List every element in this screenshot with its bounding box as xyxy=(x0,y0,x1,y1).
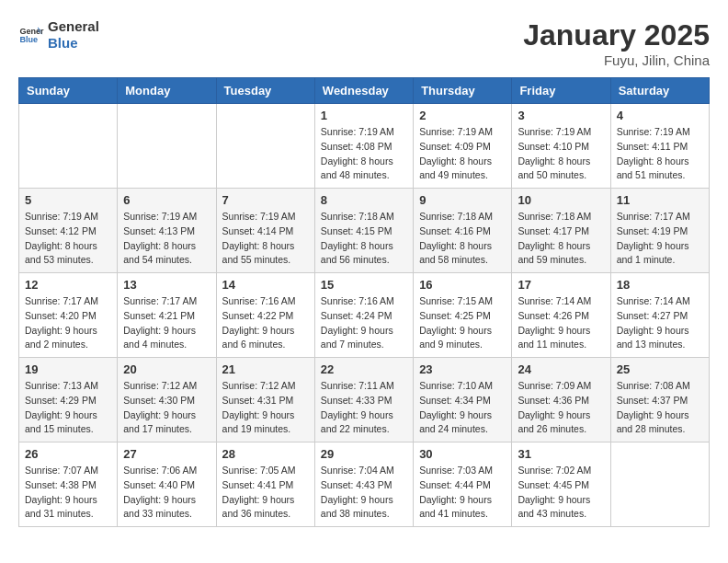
svg-text:Blue: Blue xyxy=(19,35,38,44)
header-monday: Monday xyxy=(118,78,216,104)
day-info: Sunrise: 7:19 AMSunset: 4:11 PMDaylight:… xyxy=(617,125,703,183)
day-cell: 6Sunrise: 7:19 AMSunset: 4:13 PMDaylight… xyxy=(118,189,216,273)
svg-text:General: General xyxy=(19,27,44,36)
day-info: Sunrise: 7:03 AMSunset: 4:44 PMDaylight:… xyxy=(419,464,506,522)
day-info: Sunrise: 7:18 AMSunset: 4:17 PMDaylight:… xyxy=(518,210,604,268)
day-cell: 23Sunrise: 7:10 AMSunset: 4:34 PMDayligh… xyxy=(414,358,512,442)
day-info: Sunrise: 7:12 AMSunset: 4:30 PMDaylight:… xyxy=(123,379,210,437)
day-number: 7 xyxy=(222,193,309,207)
day-info: Sunrise: 7:09 AMSunset: 4:36 PMDaylight:… xyxy=(518,379,604,437)
day-info: Sunrise: 7:19 AMSunset: 4:10 PMDaylight:… xyxy=(518,125,604,183)
header-sunday: Sunday xyxy=(19,78,118,104)
day-number: 18 xyxy=(617,278,703,292)
day-info: Sunrise: 7:19 AMSunset: 4:09 PMDaylight:… xyxy=(419,125,506,183)
day-info: Sunrise: 7:14 AMSunset: 4:27 PMDaylight:… xyxy=(617,294,703,352)
location-title: Fuyu, Jilin, China xyxy=(523,52,710,68)
day-number: 26 xyxy=(25,447,111,461)
day-info: Sunrise: 7:13 AMSunset: 4:29 PMDaylight:… xyxy=(25,379,111,437)
header-friday: Friday xyxy=(512,78,610,104)
day-cell: 1Sunrise: 7:19 AMSunset: 4:08 PMDaylight… xyxy=(314,104,413,189)
day-cell: 21Sunrise: 7:12 AMSunset: 4:31 PMDayligh… xyxy=(216,358,314,442)
day-cell: 22Sunrise: 7:11 AMSunset: 4:33 PMDayligh… xyxy=(314,358,413,442)
day-cell: 3Sunrise: 7:19 AMSunset: 4:10 PMDaylight… xyxy=(512,104,610,189)
day-number: 1 xyxy=(321,109,407,122)
day-number: 17 xyxy=(518,278,604,292)
day-info: Sunrise: 7:07 AMSunset: 4:38 PMDaylight:… xyxy=(25,464,111,522)
day-info: Sunrise: 7:16 AMSunset: 4:22 PMDaylight:… xyxy=(222,294,309,352)
week-row-4: 19Sunrise: 7:13 AMSunset: 4:29 PMDayligh… xyxy=(19,358,710,442)
day-number: 25 xyxy=(617,362,703,376)
day-cell: 18Sunrise: 7:14 AMSunset: 4:27 PMDayligh… xyxy=(610,273,709,358)
day-cell: 17Sunrise: 7:14 AMSunset: 4:26 PMDayligh… xyxy=(512,273,610,358)
day-cell xyxy=(610,442,709,527)
day-cell: 29Sunrise: 7:04 AMSunset: 4:43 PMDayligh… xyxy=(314,442,413,527)
day-info: Sunrise: 7:14 AMSunset: 4:26 PMDaylight:… xyxy=(518,294,604,352)
day-number: 16 xyxy=(419,278,506,292)
day-info: Sunrise: 7:05 AMSunset: 4:41 PMDaylight:… xyxy=(222,464,309,522)
day-info: Sunrise: 7:17 AMSunset: 4:21 PMDaylight:… xyxy=(123,294,210,352)
day-number: 6 xyxy=(123,193,210,207)
logo: General Blue General Blue xyxy=(18,18,99,52)
header-thursday: Thursday xyxy=(414,78,512,104)
day-cell: 5Sunrise: 7:19 AMSunset: 4:12 PMDaylight… xyxy=(19,189,118,273)
day-cell: 9Sunrise: 7:18 AMSunset: 4:16 PMDaylight… xyxy=(414,189,512,273)
day-cell: 16Sunrise: 7:15 AMSunset: 4:25 PMDayligh… xyxy=(414,273,512,358)
day-number: 8 xyxy=(321,193,407,207)
day-cell: 27Sunrise: 7:06 AMSunset: 4:40 PMDayligh… xyxy=(118,442,216,527)
day-info: Sunrise: 7:04 AMSunset: 4:43 PMDaylight:… xyxy=(321,464,407,522)
day-cell xyxy=(19,104,118,189)
day-info: Sunrise: 7:17 AMSunset: 4:19 PMDaylight:… xyxy=(617,210,703,268)
day-info: Sunrise: 7:02 AMSunset: 4:45 PMDaylight:… xyxy=(518,464,604,522)
week-row-5: 26Sunrise: 7:07 AMSunset: 4:38 PMDayligh… xyxy=(19,442,710,527)
day-info: Sunrise: 7:11 AMSunset: 4:33 PMDaylight:… xyxy=(321,379,407,437)
day-cell: 26Sunrise: 7:07 AMSunset: 4:38 PMDayligh… xyxy=(19,442,118,527)
day-info: Sunrise: 7:18 AMSunset: 4:16 PMDaylight:… xyxy=(419,210,506,268)
day-number: 12 xyxy=(25,278,111,292)
header-tuesday: Tuesday xyxy=(216,78,314,104)
day-number: 19 xyxy=(25,362,111,376)
day-info: Sunrise: 7:19 AMSunset: 4:14 PMDaylight:… xyxy=(222,210,309,268)
day-number: 11 xyxy=(617,193,703,207)
day-number: 28 xyxy=(222,447,309,461)
day-cell: 24Sunrise: 7:09 AMSunset: 4:36 PMDayligh… xyxy=(512,358,610,442)
day-number: 4 xyxy=(617,109,703,122)
day-info: Sunrise: 7:18 AMSunset: 4:15 PMDaylight:… xyxy=(321,210,407,268)
day-number: 27 xyxy=(123,447,210,461)
day-info: Sunrise: 7:10 AMSunset: 4:34 PMDaylight:… xyxy=(419,379,506,437)
day-info: Sunrise: 7:15 AMSunset: 4:25 PMDaylight:… xyxy=(419,294,506,352)
day-cell: 11Sunrise: 7:17 AMSunset: 4:19 PMDayligh… xyxy=(610,189,709,273)
day-number: 14 xyxy=(222,278,309,292)
day-info: Sunrise: 7:19 AMSunset: 4:13 PMDaylight:… xyxy=(123,210,210,268)
day-cell: 13Sunrise: 7:17 AMSunset: 4:21 PMDayligh… xyxy=(118,273,216,358)
header-saturday: Saturday xyxy=(610,78,709,104)
day-cell xyxy=(118,104,216,189)
day-number: 9 xyxy=(419,193,506,207)
logo-icon: General Blue xyxy=(18,22,44,48)
day-cell xyxy=(216,104,314,189)
day-info: Sunrise: 7:12 AMSunset: 4:31 PMDaylight:… xyxy=(222,379,309,437)
day-number: 3 xyxy=(518,109,604,122)
day-cell: 14Sunrise: 7:16 AMSunset: 4:22 PMDayligh… xyxy=(216,273,314,358)
day-number: 10 xyxy=(518,193,604,207)
day-cell: 10Sunrise: 7:18 AMSunset: 4:17 PMDayligh… xyxy=(512,189,610,273)
calendar-header-row: SundayMondayTuesdayWednesdayThursdayFrid… xyxy=(19,78,710,104)
day-cell: 15Sunrise: 7:16 AMSunset: 4:24 PMDayligh… xyxy=(314,273,413,358)
day-info: Sunrise: 7:19 AMSunset: 4:12 PMDaylight:… xyxy=(25,210,111,268)
title-area: January 2025 Fuyu, Jilin, China xyxy=(523,18,710,68)
day-cell: 2Sunrise: 7:19 AMSunset: 4:09 PMDaylight… xyxy=(414,104,512,189)
header-wednesday: Wednesday xyxy=(314,78,413,104)
day-number: 31 xyxy=(518,447,604,461)
day-info: Sunrise: 7:17 AMSunset: 4:20 PMDaylight:… xyxy=(25,294,111,352)
day-number: 29 xyxy=(321,447,407,461)
logo-blue: Blue xyxy=(48,35,99,52)
day-cell: 19Sunrise: 7:13 AMSunset: 4:29 PMDayligh… xyxy=(19,358,118,442)
day-number: 15 xyxy=(321,278,407,292)
day-number: 22 xyxy=(321,362,407,376)
logo-general: General xyxy=(48,18,99,35)
day-cell: 12Sunrise: 7:17 AMSunset: 4:20 PMDayligh… xyxy=(19,273,118,358)
day-number: 30 xyxy=(419,447,506,461)
header: General Blue General Blue January 2025 F… xyxy=(18,18,710,68)
day-number: 2 xyxy=(419,109,506,122)
day-cell: 20Sunrise: 7:12 AMSunset: 4:30 PMDayligh… xyxy=(118,358,216,442)
day-number: 23 xyxy=(419,362,506,376)
